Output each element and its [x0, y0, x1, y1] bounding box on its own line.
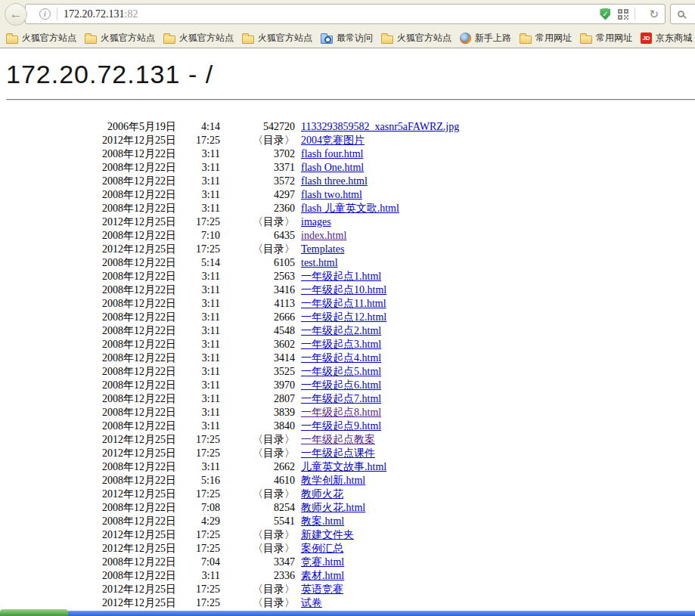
row-date: 2012年12月25日 [6, 215, 176, 229]
row-date: 2008年12月22日 [6, 501, 176, 515]
row-size: 4548 [220, 324, 295, 338]
taskbar-sliver [0, 609, 695, 616]
listing-row: 2012年12月25日 17:25 〈目录〉 案例汇总 [6, 542, 695, 556]
directory-link[interactable]: Templates [301, 243, 344, 255]
row-date: 2008年12月22日 [6, 379, 176, 392]
bookmark-item[interactable]: 火狐官方站点 [163, 32, 234, 45]
row-date: 2008年12月22日 [6, 406, 176, 419]
bookmark-item[interactable]: 最常访问 [321, 32, 373, 45]
url-separator [57, 8, 57, 20]
directory-link[interactable]: 教师火花 [301, 488, 343, 500]
folder-icon [520, 36, 532, 44]
shield-icon[interactable]: ✓ [600, 8, 610, 20]
listing-row: 2008年12月22日 3:11 3572 flash three.html [6, 175, 695, 188]
file-link[interactable]: flash three.html [301, 175, 368, 187]
row-date: 2008年12月22日 [6, 256, 176, 270]
file-link[interactable]: flash One.html [301, 162, 364, 173]
file-link[interactable]: test.html [301, 257, 338, 268]
bookmarks-bar: 火狐官方站点 火狐官方站点 火狐官方站点 火狐官方站点 最常访问 火狐官方站点 … [0, 28, 695, 48]
file-link[interactable]: 一年级起点4.html [301, 352, 381, 364]
listing-row: 2008年12月22日 3:11 2336 素材.html [6, 569, 695, 583]
directory-link[interactable]: images [301, 216, 331, 228]
bookmark-item[interactable]: JD 京东商城 [641, 32, 692, 45]
file-link[interactable]: 教师火花.html [301, 502, 365, 513]
file-link[interactable]: 一年级起点12.html [301, 311, 386, 323]
listing-row: 2008年12月22日 3:11 3970 一年级起点6.html [6, 379, 695, 392]
row-time: 3:11 [176, 379, 220, 392]
row-time: 3:11 [176, 175, 220, 188]
row-size: 542720 [220, 120, 295, 134]
listing-row: 2012年12月25日 17:25 〈目录〉 一年级起点课件 [6, 447, 695, 460]
row-time: 3:11 [176, 270, 220, 283]
folder-icon [6, 36, 18, 44]
row-time: 7:04 [176, 556, 220, 569]
file-link[interactable]: 教学创新.html [301, 475, 365, 486]
file-link[interactable]: 竞赛.html [301, 556, 344, 568]
file-link[interactable]: 1133293859582_xasnr5aFAWRZ.jpg [301, 121, 459, 132]
row-time: 17:25 [176, 243, 220, 256]
row-date: 2012年12月25日 [6, 542, 176, 556]
file-link[interactable]: 一年级起点7.html [301, 393, 381, 404]
file-link[interactable]: 一年级起点11.html [301, 298, 386, 309]
qr-code-icon[interactable] [618, 9, 628, 20]
search-input[interactable] [670, 4, 695, 24]
start-button[interactable] [0, 609, 68, 616]
bookmark-item[interactable]: 火狐官方站点 [6, 32, 76, 45]
row-date: 2008年12月22日 [6, 311, 176, 324]
bookmark-item[interactable]: 新手上路 [460, 32, 511, 45]
bookmark-item[interactable]: 火狐官方站点 [242, 32, 312, 45]
row-time: 17:25 [176, 134, 220, 147]
file-link[interactable]: flash two.html [301, 189, 362, 200]
bookmark-item[interactable]: 常用网址 [580, 32, 632, 45]
folder-icon [381, 36, 393, 44]
listing-row: 2012年12月25日 17:25 〈目录〉 images [6, 215, 695, 229]
file-link[interactable]: 一年级起点3.html [301, 339, 381, 350]
directory-link[interactable]: 一年级起点课件 [301, 447, 375, 459]
file-link[interactable]: flash four.html [301, 148, 363, 159]
file-link[interactable]: flash 儿童英文歌.html [301, 203, 399, 214]
directory-link[interactable]: 一年级起点教案 [301, 434, 375, 445]
file-link[interactable]: 一年级起点5.html [301, 366, 381, 377]
directory-link[interactable]: 新建文件夹 [301, 529, 354, 540]
row-size: 2807 [220, 392, 295, 406]
file-link[interactable]: 一年级起点8.html [301, 407, 381, 418]
directory-link[interactable]: 英语竞赛 [301, 583, 343, 595]
directory-link[interactable]: 试卷 [301, 597, 322, 608]
bookmark-item[interactable]: 常用网址 [520, 32, 572, 45]
file-link[interactable]: 一年级起点10.html [301, 284, 386, 296]
listing-row: 2012年12月25日 17:25 〈目录〉 一年级起点教案 [6, 433, 695, 447]
row-time: 3:11 [176, 147, 220, 161]
back-button[interactable]: ← [5, 3, 27, 26]
row-size: 2336 [220, 569, 295, 583]
bookmark-item[interactable]: 火狐官方站点 [381, 32, 451, 45]
file-link[interactable]: index.html [301, 230, 346, 241]
file-link[interactable]: 一年级起点2.html [301, 325, 381, 336]
listing-row: 2008年12月22日 3:11 2360 flash 儿童英文歌.html [6, 202, 695, 215]
bookmark-label: 火狐官方站点 [258, 32, 312, 45]
url-host: 172.20.72.131 [64, 8, 125, 20]
reload-icon[interactable]: ↻ [649, 8, 659, 20]
search-icon[interactable] [678, 11, 684, 17]
file-link[interactable]: 一年级起点6.html [301, 379, 381, 391]
listing-row: 2008年12月22日 3:11 3414 一年级起点4.html [6, 351, 695, 365]
file-link[interactable]: 一年级起点1.html [301, 271, 381, 282]
bookmark-item[interactable]: 火狐官方站点 [85, 32, 155, 45]
row-date: 2012年12月25日 [6, 243, 176, 256]
info-icon[interactable]: i [39, 8, 51, 20]
file-link[interactable]: 教案.html [301, 515, 344, 527]
row-size: 3840 [220, 419, 295, 433]
row-size: 3416 [220, 283, 295, 297]
directory-link[interactable]: 案例汇总 [301, 543, 343, 554]
row-size: 3572 [220, 175, 295, 188]
file-link[interactable]: 儿童英文故事.html [301, 461, 386, 472]
row-time: 3:11 [176, 569, 220, 583]
directory-link[interactable]: 2004竞赛图片 [301, 135, 365, 146]
row-time: 17:25 [176, 488, 220, 501]
file-link[interactable]: 一年级起点9.html [301, 420, 381, 432]
bookmark-label: 最常访问 [337, 32, 373, 45]
listing-row: 2012年12月25日 17:25 〈目录〉 教师火花 [6, 488, 695, 501]
url-bar[interactable]: i 172.20.72.131:82 ✓ ↻ [25, 4, 666, 24]
row-date: 2012年12月25日 [6, 596, 176, 610]
row-size: 3602 [220, 338, 295, 351]
file-link[interactable]: 素材.html [301, 570, 344, 581]
